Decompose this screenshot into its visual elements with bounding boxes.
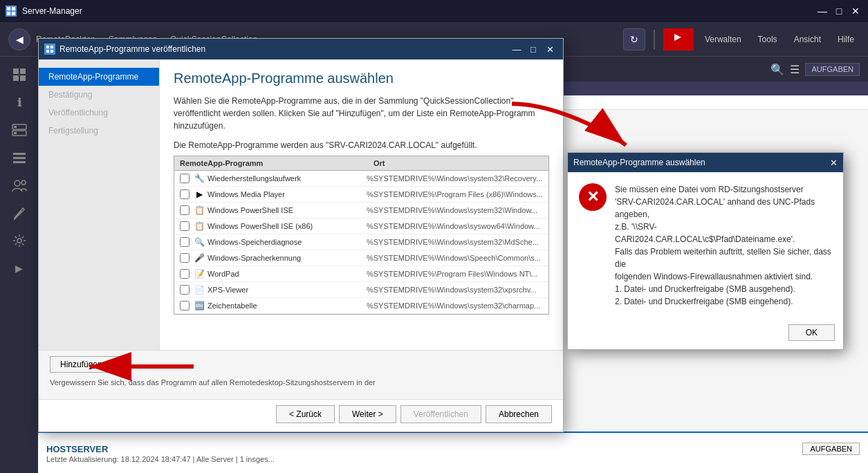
sidebar-icon-expand[interactable]: ▶ bbox=[6, 256, 33, 281]
search-icon[interactable]: 🔍 bbox=[770, 63, 784, 76]
svg-rect-3 bbox=[7, 12, 10, 15]
dialog-main: RemoteApp-Programme veröffentlichen — □ … bbox=[38, 38, 564, 432]
refresh-button[interactable]: ↻ bbox=[623, 28, 645, 50]
program-name: Wiederherstellungslaufwerk bbox=[207, 174, 367, 183]
verwalten-button[interactable]: Verwalten bbox=[699, 32, 747, 47]
cancel-button[interactable]: Abbrechen bbox=[486, 405, 552, 423]
svg-rect-24 bbox=[46, 50, 49, 53]
back-button[interactable]: ◀ bbox=[8, 28, 30, 50]
program-name: Windows Media Player bbox=[207, 190, 367, 198]
error-line3: z.B. '\\SRV-CARI2024.CAR.LOCAL\c$\Pfad\D… bbox=[615, 222, 795, 244]
expand-icon: ▶ bbox=[15, 263, 23, 274]
sidebar-icon-settings[interactable] bbox=[6, 228, 33, 253]
program-checkbox[interactable] bbox=[180, 237, 190, 247]
program-list-item: 🔍 Windows-Speicherdiagnose %SYSTEMDRIVE%… bbox=[174, 234, 548, 250]
dialog-maximize-btn[interactable]: □ bbox=[526, 41, 541, 57]
program-checkbox[interactable] bbox=[180, 285, 190, 295]
program-list-item: 📄 XPS-Viewer %SYSTEMDRIVE%\Windows\syste… bbox=[174, 282, 548, 298]
sidebar-icon-server[interactable] bbox=[6, 118, 33, 142]
flag-button[interactable] bbox=[663, 28, 694, 50]
back-button[interactable]: < Zurück bbox=[276, 405, 335, 423]
svg-point-20 bbox=[17, 239, 21, 243]
dialog-error-titlebar: RemoteApp-Programme auswählen ✕ bbox=[568, 153, 843, 172]
sidebar-icon-info[interactable]: ℹ bbox=[6, 90, 33, 115]
sidebar-icon-users[interactable] bbox=[6, 173, 33, 198]
svg-rect-25 bbox=[50, 50, 53, 53]
program-icon: 📋 bbox=[194, 221, 205, 232]
window-title: Server-Manager bbox=[22, 6, 815, 16]
roles-icon bbox=[12, 150, 27, 165]
dialog-error-close-btn[interactable]: ✕ bbox=[830, 158, 838, 168]
svg-rect-16 bbox=[13, 157, 26, 159]
svg-rect-10 bbox=[20, 75, 26, 81]
program-list-header: RemoteApp-Programm Ort bbox=[174, 156, 548, 171]
program-icon: 📝 bbox=[194, 268, 205, 279]
program-name: Windows PowerShell ISE (x86) bbox=[207, 222, 367, 230]
maximize-button[interactable]: □ bbox=[832, 4, 846, 18]
error-line4: Falls das Problem weiterhin auftritt, st… bbox=[615, 247, 831, 269]
program-list: 🔧 Wiederherstellungslaufwerk %SYSTEMDRIV… bbox=[174, 171, 548, 314]
program-icon: 🎤 bbox=[194, 252, 205, 263]
dialog-minimize-btn[interactable]: — bbox=[509, 41, 524, 57]
sidebar-icon-tools[interactable] bbox=[6, 201, 33, 225]
dialog-close-btn[interactable]: ✕ bbox=[542, 41, 557, 57]
nav-remoteapp[interactable]: RemoteApp-Programme bbox=[39, 68, 159, 86]
sm-sidebar: ℹ bbox=[0, 57, 38, 473]
program-list-item: 📝 WordPad %SYSTEMDRIVE%\Program Files\Wi… bbox=[174, 266, 548, 282]
program-list-item: 📋 Windows PowerShell ISE %SYSTEMDRIVE%\W… bbox=[174, 203, 548, 219]
tasks-btn[interactable]: AUFGABEN bbox=[805, 63, 860, 76]
sidebar-icon-roles[interactable] bbox=[6, 145, 33, 170]
sm-bottom-bar: HOSTSERVER AUFGABEN Letzte Aktualisierun… bbox=[38, 432, 868, 473]
svg-rect-22 bbox=[46, 46, 49, 48]
program-icon: 🔧 bbox=[194, 173, 205, 184]
svg-rect-4 bbox=[12, 12, 15, 15]
svg-rect-15 bbox=[13, 153, 26, 155]
svg-rect-1 bbox=[7, 7, 10, 10]
svg-rect-14 bbox=[14, 132, 17, 134]
program-checkbox[interactable] bbox=[180, 189, 190, 199]
sidebar-icon-dashboard[interactable] bbox=[6, 62, 33, 87]
settings-icon bbox=[12, 233, 27, 248]
program-list-item: ▶ Windows Media Player %SYSTEMDRIVE%\Pro… bbox=[174, 187, 548, 203]
ok-button[interactable]: OK bbox=[788, 324, 835, 341]
bottom-tasks-btn[interactable]: AUFGABEN bbox=[802, 443, 860, 455]
users-icon bbox=[12, 178, 27, 193]
close-button[interactable]: ✕ bbox=[849, 4, 862, 18]
next-button[interactable]: Weiter > bbox=[339, 405, 396, 423]
bottom-status: Letzte Aktualisierung: 18.12.2024 18:47:… bbox=[46, 455, 860, 463]
error-line5: folgenden Windows-Firewallausnahmen akti… bbox=[615, 272, 813, 281]
hostserver-title: HOSTSERVER bbox=[46, 444, 108, 454]
flag-icon bbox=[672, 31, 685, 45]
program-checkbox[interactable] bbox=[180, 205, 190, 215]
svg-point-18 bbox=[15, 180, 20, 186]
program-checkbox[interactable] bbox=[180, 221, 190, 231]
ansicht-button[interactable]: Ansicht bbox=[788, 32, 827, 47]
program-icon: ▶ bbox=[194, 189, 205, 200]
tools-icon bbox=[12, 205, 27, 221]
hilfe-button[interactable]: Hilfe bbox=[832, 32, 860, 47]
program-path: %SYSTEMDRIVE%\Windows\syswow64\Window... bbox=[367, 222, 543, 230]
program-name: Windows PowerShell ISE bbox=[207, 206, 367, 214]
tools-button[interactable]: Tools bbox=[752, 32, 783, 47]
dialog-error: RemoteApp-Programme auswählen ✕ ✕ Sie mü… bbox=[567, 152, 844, 350]
svg-rect-12 bbox=[14, 126, 17, 128]
footer-description: Vergewissern Sie sich, dass das Programm… bbox=[50, 378, 552, 387]
svg-rect-17 bbox=[13, 161, 26, 163]
program-checkbox[interactable] bbox=[180, 174, 190, 183]
dialog-content: RemoteApp-Programme auswählen Wählen Sie… bbox=[160, 59, 563, 350]
header-col-name: RemoteApp-Programm bbox=[180, 159, 373, 167]
svg-rect-23 bbox=[50, 46, 53, 48]
program-checkbox[interactable] bbox=[180, 253, 190, 263]
view-icon[interactable]: ☰ bbox=[790, 63, 800, 76]
hinzufuegen-button[interactable]: Hinzufügen... bbox=[50, 356, 120, 373]
nav-bestaetigung: Bestätigung bbox=[39, 86, 159, 104]
program-checkbox[interactable] bbox=[180, 301, 190, 310]
dialog-action-buttons: < Zurück Weiter > Veröffentlichen Abbrec… bbox=[39, 399, 563, 432]
program-icon: 📋 bbox=[194, 205, 205, 216]
window-controls: — □ ✕ bbox=[815, 4, 862, 18]
svg-rect-9 bbox=[13, 75, 19, 81]
program-name: Zeichentabelle bbox=[207, 302, 367, 310]
error-line6: 1. Datei- und Druckerfreigabe (SMB ausge… bbox=[615, 284, 795, 294]
program-checkbox[interactable] bbox=[180, 269, 190, 279]
minimize-button[interactable]: — bbox=[815, 4, 829, 18]
